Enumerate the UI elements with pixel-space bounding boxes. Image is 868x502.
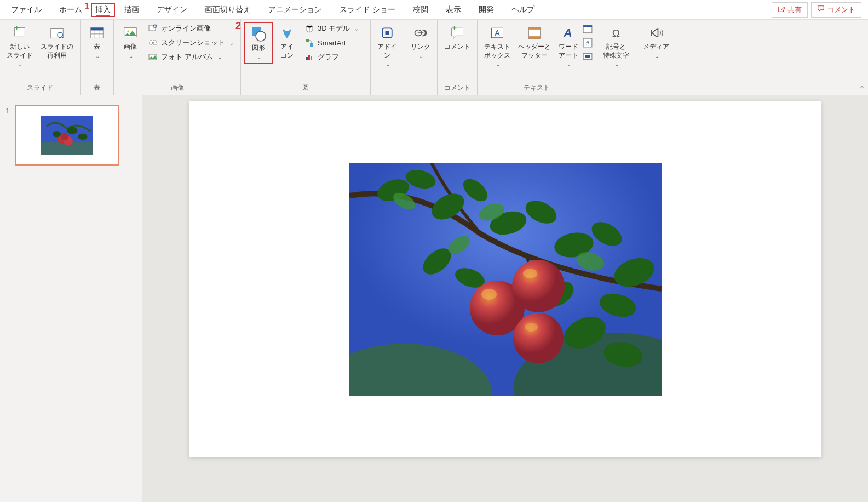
table-button[interactable]: 表 ⌄ bbox=[84, 22, 110, 62]
screenshot-button[interactable]: スクリーンショット ⌄ bbox=[145, 36, 237, 49]
textbox-icon: A bbox=[488, 24, 506, 42]
chevron-down-icon: ⌄ bbox=[614, 61, 619, 68]
media-label: メディア bbox=[643, 43, 669, 52]
reuse-slide-label: スライドの 再利用 bbox=[41, 43, 73, 60]
ribbon-group-link-label bbox=[407, 84, 434, 94]
screenshot-icon bbox=[148, 38, 158, 48]
photo-album-button[interactable]: フォト アルバム ⌄ bbox=[145, 50, 237, 64]
svg-point-13 bbox=[256, 31, 266, 41]
wordart-button[interactable]: A ワード アート ⌄ bbox=[555, 22, 582, 70]
svg-point-6 bbox=[127, 30, 129, 32]
online-picture-label: オンライン画像 bbox=[161, 24, 211, 33]
slide-number-icon[interactable]: # bbox=[583, 38, 593, 49]
svg-rect-25 bbox=[529, 36, 541, 38]
chevron-down-icon: ⌄ bbox=[229, 40, 234, 46]
slide-thumbnail[interactable] bbox=[15, 105, 119, 166]
share-button[interactable]: 共有 bbox=[772, 2, 808, 18]
link-button[interactable]: リンク ⌄ bbox=[407, 22, 434, 62]
ribbon-group-media-label bbox=[640, 84, 672, 94]
chevron-down-icon: ⌄ bbox=[567, 61, 571, 68]
smartart-icon bbox=[304, 38, 314, 48]
menu-draw[interactable]: 描画 bbox=[115, 2, 148, 18]
menu-view[interactable]: 表示 bbox=[437, 2, 470, 18]
svg-text:A: A bbox=[563, 26, 572, 39]
menu-animations[interactable]: アニメーション bbox=[260, 2, 331, 18]
svg-rect-18 bbox=[311, 56, 312, 60]
comment-icon bbox=[817, 5, 825, 14]
wordart-label: ワード アート bbox=[559, 43, 578, 60]
menu-review[interactable]: 校閲 bbox=[404, 2, 437, 18]
slide-thumbnail-row[interactable]: 1 bbox=[5, 105, 136, 166]
textbox-button[interactable]: A テキスト ボックス ⌄ bbox=[481, 22, 514, 70]
photo-album-icon bbox=[148, 52, 158, 62]
media-button[interactable]: メディア ⌄ bbox=[640, 22, 672, 62]
ribbon-group-addin: アドイ ン ⌄ bbox=[371, 20, 404, 95]
header-footer-button[interactable]: ヘッダーと フッター bbox=[515, 22, 554, 62]
reuse-slide-icon bbox=[48, 24, 66, 42]
new-slide-label: 新しい スライド bbox=[7, 43, 33, 60]
svg-rect-24 bbox=[529, 27, 541, 30]
media-icon bbox=[647, 24, 665, 42]
chart-icon bbox=[304, 52, 314, 62]
ribbon: 新しい スライド ⌄ スライドの 再利用 スライド 表 ⌄ 表 bbox=[0, 20, 868, 95]
svg-point-66 bbox=[512, 260, 565, 312]
new-slide-button[interactable]: 新しい スライド ⌄ bbox=[3, 22, 36, 70]
ribbon-group-addin-label bbox=[374, 84, 400, 94]
shapes-button[interactable]: 2 図形 ⌄ bbox=[244, 22, 273, 64]
chevron-down-icon: ⌄ bbox=[386, 61, 390, 68]
menu-developer[interactable]: 開発 bbox=[470, 2, 503, 18]
menu-insert-label: 挿入 bbox=[95, 5, 111, 14]
menu-insert[interactable]: 1 挿入 bbox=[91, 3, 115, 17]
icons-label: アイ コン bbox=[280, 43, 294, 60]
picture-icon bbox=[122, 24, 139, 42]
svg-point-38 bbox=[78, 134, 88, 140]
share-label: 共有 bbox=[787, 5, 802, 15]
menu-transitions[interactable]: 画面切り替え bbox=[196, 2, 260, 18]
menu-file[interactable]: ファイル bbox=[2, 2, 50, 18]
symbol-icon: Ω bbox=[607, 24, 625, 42]
date-time-icon[interactable] bbox=[583, 24, 593, 36]
reuse-slide-button[interactable]: スライドの 再利用 bbox=[37, 22, 77, 62]
chart-button[interactable]: グラフ bbox=[301, 50, 367, 64]
comment-label: コメント bbox=[827, 5, 855, 15]
3d-models-button[interactable]: 3D モデル ⌄ bbox=[301, 22, 367, 35]
smartart-button[interactable]: SmartArt bbox=[301, 36, 367, 49]
chart-label: グラフ bbox=[318, 52, 339, 62]
menu-design[interactable]: デザイン bbox=[148, 2, 196, 18]
main-area: 1 bbox=[0, 95, 868, 502]
object-icon[interactable] bbox=[583, 52, 593, 63]
header-footer-icon bbox=[526, 24, 543, 42]
menu-slideshow[interactable]: スライド ショー bbox=[331, 2, 404, 18]
addin-label: アドイ ン bbox=[377, 43, 397, 60]
menu-help[interactable]: ヘルプ bbox=[503, 2, 543, 18]
comment-button[interactable]: コメント bbox=[811, 2, 861, 18]
picture-button[interactable]: 画像 ⌄ bbox=[117, 22, 143, 62]
svg-rect-15 bbox=[310, 43, 313, 47]
slide-canvas-area[interactable] bbox=[142, 95, 868, 502]
chevron-down-icon: ⌄ bbox=[257, 54, 261, 61]
online-picture-icon bbox=[148, 24, 158, 33]
symbol-label: 記号と 特殊文字 bbox=[603, 43, 629, 60]
ribbon-group-comment: コメント コメント bbox=[438, 20, 478, 95]
svg-point-67 bbox=[523, 269, 537, 278]
icons-icon bbox=[278, 24, 296, 42]
chevron-down-icon: ⌄ bbox=[95, 53, 100, 60]
photo-album-label: フォト アルバム bbox=[161, 52, 213, 62]
collapse-ribbon-button[interactable]: ⌃ bbox=[859, 85, 865, 93]
ribbon-group-symbol: Ω 記号と 特殊文字 ⌄ bbox=[596, 20, 636, 95]
insert-comment-button[interactable]: コメント bbox=[441, 22, 474, 54]
header-footer-label: ヘッダーと フッター bbox=[518, 43, 551, 60]
ribbon-group-slide-label: スライド bbox=[3, 82, 77, 94]
chevron-down-icon: ⌄ bbox=[354, 26, 359, 32]
slide-canvas[interactable] bbox=[189, 101, 821, 457]
textbox-label: テキスト ボックス bbox=[484, 43, 510, 60]
online-picture-button[interactable]: オンライン画像 bbox=[145, 22, 237, 35]
ribbon-group-illustration: 2 図形 ⌄ アイ コン 3D モデル ⌄ bbox=[241, 20, 371, 95]
symbol-button[interactable]: Ω 記号と 特殊文字 ⌄ bbox=[600, 22, 633, 70]
icons-button[interactable]: アイ コン bbox=[274, 22, 300, 62]
addin-button[interactable]: アドイ ン ⌄ bbox=[374, 22, 400, 70]
svg-text:#: # bbox=[586, 40, 590, 47]
chevron-down-icon: ⌄ bbox=[18, 61, 22, 68]
highlight-badge-1: 1 bbox=[84, 2, 89, 12]
3d-models-label: 3D モデル bbox=[318, 24, 350, 33]
